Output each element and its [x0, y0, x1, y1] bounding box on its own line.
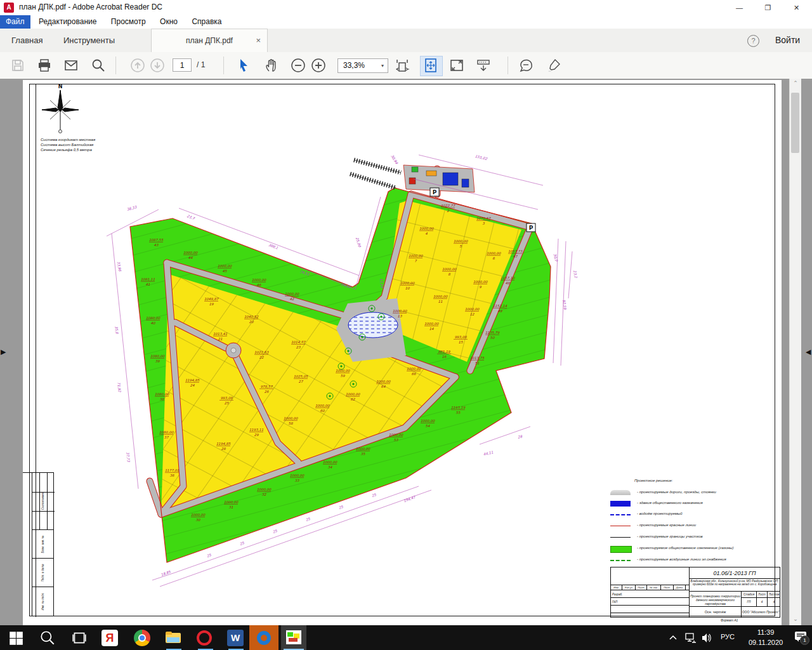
legend: Проектное решение: - проектируемые дорог… [609, 479, 752, 564]
network-icon[interactable] [685, 633, 697, 643]
active-app-tile[interactable] [249, 625, 278, 650]
menu-file[interactable]: Файл [0, 15, 30, 29]
save-icon[interactable] [10, 58, 25, 73]
hand-tool-icon[interactable] [264, 58, 279, 73]
project-name: Проект планировки территории дачного нек… [689, 592, 741, 607]
legend-label: - проектируемое общественное озеленение … [637, 546, 733, 550]
legend-redline-swatch [610, 526, 631, 526]
legend-road-swatch [610, 490, 631, 495]
legend-building-swatch [610, 501, 631, 507]
tray-time: 11:39 [741, 627, 790, 637]
legend-boundary-swatch [610, 537, 631, 538]
photo-viewer-tile[interactable] [281, 625, 306, 650]
stage-table: Стадия Лист Листов ГП 4 4 [741, 592, 780, 607]
start-button[interactable] [8, 630, 24, 646]
page-total-label: / 1 [197, 60, 205, 69]
yandex-browser-icon[interactable]: Я [102, 630, 118, 646]
left-pane-toggle[interactable]: ▶ [1, 348, 6, 356]
email-icon[interactable] [63, 58, 79, 73]
document-area: Система координат местная Система высот … [0, 79, 812, 625]
fit-page-icon[interactable] [423, 58, 438, 73]
zoom-level-value: 33,3% [343, 61, 365, 70]
file-explorer-icon[interactable] [165, 630, 181, 646]
menu-help[interactable]: Справка [186, 15, 227, 29]
notification-badge: 1 [800, 635, 809, 645]
legend-label: - водоём проектируемый [637, 512, 683, 515]
scroll-up-icon[interactable]: ⌃ [790, 80, 801, 86]
next-page-icon[interactable] [150, 58, 165, 73]
tab-document[interactable]: план ДПК.pdf × [151, 29, 268, 52]
clock[interactable]: 11:39 09.11.2020 [741, 627, 790, 647]
pdf-page: Система координат местная Система высот … [23, 80, 782, 625]
window-title: план ДПК.pdf - Adobe Acrobat Reader DC [19, 3, 162, 11]
scrollbar-thumb[interactable] [791, 93, 799, 153]
toolbar-separator [223, 56, 224, 74]
toolbar-more-icon[interactable] [476, 58, 491, 73]
opera-icon[interactable] [197, 630, 212, 646]
toolbar: / 1 33,3% ▾ [0, 52, 812, 79]
side-stamp: Согласовано Взам. инв. № Подп. и дата Ин… [23, 472, 54, 616]
title-block: Изм.Кол.учЛист№ док.Подп.Дата Разраб. ГА… [610, 567, 780, 618]
compass-notes: Система координат местная Система высот … [41, 137, 95, 152]
tray-date: 09.11.2020 [741, 637, 790, 647]
signin-button[interactable]: Войти [775, 29, 800, 52]
legend-title: Проектное решение: [634, 479, 673, 482]
legend-pond-swatch [610, 514, 631, 515]
toolbar-separator [508, 56, 508, 74]
print-icon[interactable] [37, 58, 52, 73]
close-button[interactable]: ✕ [782, 0, 811, 15]
right-pane-toggle[interactable]: ◀ [806, 348, 811, 356]
minimize-button[interactable]: — [725, 0, 754, 15]
language-indicator[interactable]: РУС [721, 633, 735, 640]
window-titlebar: A план ДПК.pdf - Adobe Acrobat Reader DC… [0, 0, 812, 16]
notification-icon[interactable]: 1 [794, 631, 807, 642]
zoom-in-icon[interactable] [311, 58, 326, 73]
tab-tools[interactable]: Инструменты [55, 29, 124, 52]
legend-label: - здания общественного назначения [637, 501, 703, 505]
zoom-level-select[interactable]: 33,3% ▾ [337, 58, 388, 73]
tab-bar: Главная Инструменты план ДПК.pdf × ? Вой… [0, 29, 812, 53]
chevron-down-icon: ▾ [381, 59, 384, 72]
legend-label: - проектируемые дороги, проезды, стоянки [637, 490, 716, 494]
volume-icon[interactable] [702, 633, 713, 643]
tab-close-icon[interactable]: × [256, 29, 261, 52]
scroll-down-icon[interactable]: ⌄ [790, 616, 801, 622]
taskbar-search-icon[interactable] [39, 630, 56, 646]
comment-icon[interactable] [518, 58, 534, 73]
search-icon[interactable] [91, 58, 106, 73]
doc-number: 01.06/1-2013 ГП [689, 567, 780, 579]
select-tool-icon[interactable] [236, 58, 251, 73]
site-location: Владимирская обл., Кольчугинский р-он, М… [689, 579, 780, 592]
menu-window[interactable]: Окно [154, 15, 183, 29]
legend-label: - проектируемые границы участков [637, 534, 703, 538]
zoom-out-icon[interactable] [291, 58, 306, 73]
page-number-input[interactable] [173, 58, 192, 72]
menu-edit[interactable]: Редактирование [33, 15, 102, 29]
legend-green-swatch [610, 546, 632, 553]
tray-chevron-icon[interactable] [669, 634, 678, 642]
fullscreen-icon[interactable] [449, 58, 464, 73]
prev-page-icon[interactable] [130, 58, 145, 73]
vertical-scrollbar[interactable]: ⌃ ⌄ [789, 79, 801, 625]
restore-button[interactable]: ❐ [754, 0, 782, 15]
tab-document-label: план ДПК.pdf [186, 36, 233, 45]
taskbar: Я W РУС 11:39 09.11.2020 1 [0, 625, 812, 650]
menu-bar: Файл Редактирование Просмотр Окно Справк… [0, 15, 812, 29]
word-icon[interactable]: W [227, 630, 244, 646]
tab-home[interactable]: Главная [3, 29, 51, 52]
legend-powerline-swatch [610, 560, 631, 561]
legend-label: - проектируемые воздушные линии эл.снабж… [637, 557, 726, 561]
fit-width-icon[interactable] [395, 58, 410, 73]
task-view-icon[interactable] [71, 630, 88, 646]
legend-label: - проектируемые красные линии [637, 523, 696, 527]
drawing-type: Осн. чертёж [689, 607, 741, 617]
toolbar-separator [115, 56, 116, 74]
chrome-icon[interactable] [134, 630, 150, 646]
sheet-format-label: Формат А1 [721, 618, 738, 622]
menu-view[interactable]: Просмотр [105, 15, 152, 29]
highlight-icon[interactable] [546, 58, 561, 73]
help-icon[interactable]: ? [747, 35, 759, 47]
organization: ООО "Абсолют Проект" [741, 607, 780, 617]
acrobat-app-icon: A [4, 3, 14, 13]
